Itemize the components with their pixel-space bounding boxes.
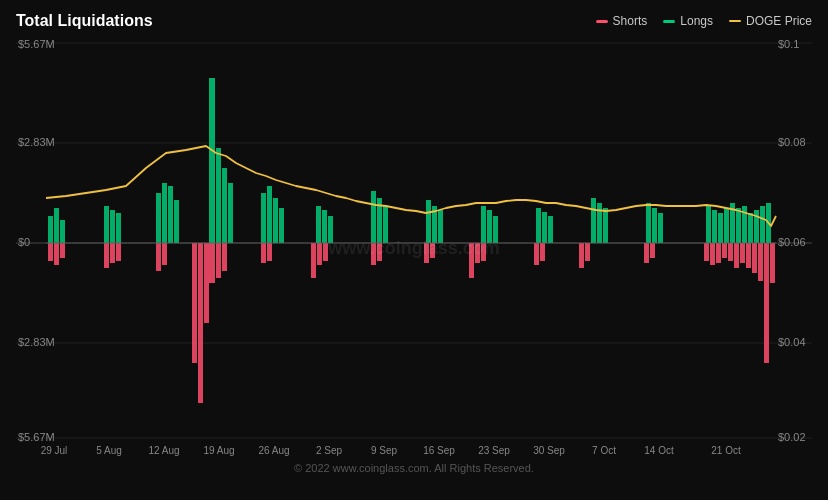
svg-rect-63 (603, 208, 608, 243)
svg-rect-30 (60, 220, 65, 243)
svg-rect-48 (328, 216, 333, 243)
svg-text:$0: $0 (18, 236, 30, 248)
svg-rect-78 (48, 243, 53, 261)
svg-rect-29 (54, 208, 59, 243)
svg-text:$0.1: $0.1 (778, 38, 799, 50)
svg-rect-49 (371, 191, 376, 243)
svg-rect-61 (591, 198, 596, 243)
svg-rect-119 (758, 243, 763, 281)
svg-text:$0.02: $0.02 (778, 431, 806, 443)
svg-rect-28 (48, 216, 53, 243)
svg-rect-101 (469, 243, 474, 278)
svg-rect-82 (110, 243, 115, 263)
svg-rect-97 (371, 243, 376, 265)
chart-container: Total Liquidations Shorts Longs DOGE Pri… (0, 0, 828, 500)
legend-shorts: Shorts (596, 14, 648, 28)
main-chart-svg: $5.67M $2.83M $0 $2.83M $5.67M $0.1 $0.0… (16, 38, 812, 458)
svg-text:16 Sep: 16 Sep (423, 445, 455, 456)
svg-text:$0.06: $0.06 (778, 236, 806, 248)
svg-rect-65 (652, 208, 657, 243)
svg-rect-115 (734, 243, 739, 268)
svg-text:23 Sep: 23 Sep (478, 445, 510, 456)
svg-text:$2.83M: $2.83M (18, 136, 55, 148)
svg-rect-55 (481, 206, 486, 243)
svg-rect-92 (261, 243, 266, 263)
svg-rect-114 (728, 243, 733, 261)
svg-rect-95 (317, 243, 322, 265)
svg-rect-66 (658, 213, 663, 243)
svg-rect-52 (426, 200, 431, 243)
svg-rect-45 (279, 208, 284, 243)
svg-rect-88 (204, 243, 209, 323)
svg-rect-83 (116, 243, 121, 261)
svg-rect-96 (323, 243, 328, 261)
svg-text:$0.08: $0.08 (778, 136, 806, 148)
svg-rect-113 (722, 243, 727, 258)
svg-rect-102 (475, 243, 480, 263)
svg-text:5 Aug: 5 Aug (96, 445, 122, 456)
svg-rect-60 (548, 216, 553, 243)
svg-text:7 Oct: 7 Oct (592, 445, 616, 456)
svg-rect-42 (261, 193, 266, 243)
svg-text:$0.04: $0.04 (778, 336, 806, 348)
svg-text:12 Aug: 12 Aug (148, 445, 179, 456)
svg-rect-80 (60, 243, 65, 258)
svg-text:26 Aug: 26 Aug (258, 445, 289, 456)
svg-text:2 Sep: 2 Sep (316, 445, 343, 456)
svg-rect-35 (162, 183, 167, 243)
copyright: © 2022 www.coinglass.com. All Rights Res… (16, 462, 812, 474)
svg-rect-67 (706, 206, 711, 243)
svg-rect-39 (216, 148, 221, 243)
svg-rect-118 (752, 243, 757, 273)
svg-rect-56 (487, 210, 492, 243)
svg-rect-46 (316, 206, 321, 243)
svg-rect-98 (377, 243, 382, 261)
svg-rect-87 (198, 243, 203, 403)
svg-rect-106 (579, 243, 584, 268)
svg-rect-70 (724, 208, 729, 243)
svg-text:29 Jul: 29 Jul (41, 445, 68, 456)
svg-rect-108 (644, 243, 649, 263)
svg-rect-84 (156, 243, 161, 271)
svg-rect-47 (322, 210, 327, 243)
svg-text:21 Oct: 21 Oct (711, 445, 741, 456)
svg-rect-41 (228, 183, 233, 243)
shorts-label: Shorts (613, 14, 648, 28)
svg-rect-121 (770, 243, 775, 283)
svg-rect-105 (540, 243, 545, 261)
svg-rect-58 (536, 208, 541, 243)
svg-rect-64 (646, 203, 651, 243)
svg-rect-85 (162, 243, 167, 265)
svg-text:$5.67M: $5.67M (18, 431, 55, 443)
svg-rect-99 (424, 243, 429, 263)
doge-dot (729, 20, 741, 22)
svg-text:30 Sep: 30 Sep (533, 445, 565, 456)
chart-header: Total Liquidations Shorts Longs DOGE Pri… (16, 12, 812, 30)
svg-rect-116 (740, 243, 745, 263)
svg-rect-107 (585, 243, 590, 261)
svg-rect-112 (716, 243, 721, 263)
svg-rect-100 (430, 243, 435, 258)
svg-rect-51 (383, 206, 388, 243)
svg-rect-34 (156, 193, 161, 243)
svg-rect-62 (597, 203, 602, 243)
svg-rect-33 (116, 213, 121, 243)
svg-rect-74 (748, 213, 753, 243)
svg-text:$5.67M: $5.67M (18, 38, 55, 50)
svg-rect-59 (542, 212, 547, 243)
chart-area: www.coinglass.com $5.67M $2.83M $0 $2.83… (16, 38, 812, 458)
svg-rect-79 (54, 243, 59, 265)
longs-label: Longs (680, 14, 713, 28)
svg-rect-103 (481, 243, 486, 261)
svg-rect-120 (764, 243, 769, 363)
svg-rect-91 (222, 243, 227, 271)
svg-rect-32 (110, 210, 115, 243)
legend: Shorts Longs DOGE Price (596, 14, 812, 28)
svg-rect-36 (168, 186, 173, 243)
svg-rect-72 (736, 208, 741, 243)
svg-rect-94 (311, 243, 316, 278)
svg-rect-37 (174, 200, 179, 243)
legend-doge: DOGE Price (729, 14, 812, 28)
svg-rect-81 (104, 243, 109, 268)
svg-rect-93 (267, 243, 272, 261)
